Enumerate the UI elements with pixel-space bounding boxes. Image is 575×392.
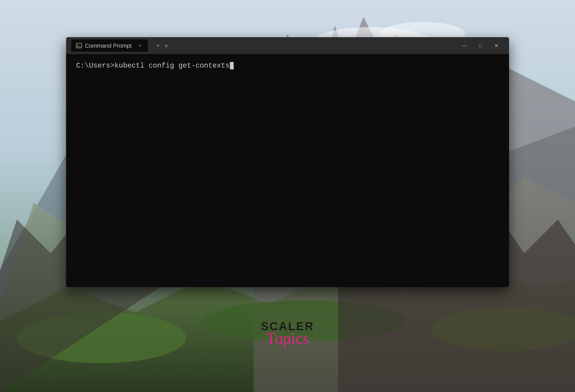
active-tab[interactable]: Command Prompt ×: [71, 40, 148, 52]
command-line: C:\Users>kubectl config get-contexts: [76, 61, 499, 71]
topics-label: Topics: [266, 330, 309, 347]
terminal-window-wrapper: Command Prompt × + ∨ — □ ✕ C:\Users>kube…: [66, 37, 509, 287]
terminal-icon: [76, 43, 82, 49]
window-controls: — □ ✕: [457, 41, 504, 51]
terminal-content[interactable]: C:\Users>kubectl config get-contexts: [66, 54, 509, 287]
new-tab-button[interactable]: +: [155, 41, 161, 50]
title-bar: Command Prompt × + ∨ — □ ✕: [66, 37, 509, 54]
cursor: [230, 62, 234, 69]
tab-dropdown-button[interactable]: ∨: [163, 42, 170, 49]
tab-close-button[interactable]: ×: [137, 43, 143, 48]
scaler-topics-logo: SCALER Topics: [261, 320, 314, 347]
command-text: C:\Users>kubectl config get-contexts: [76, 61, 230, 71]
tab-controls: + ∨: [151, 37, 173, 54]
terminal-window: Command Prompt × + ∨ — □ ✕ C:\Users>kube…: [66, 37, 509, 287]
maximize-button[interactable]: □: [473, 41, 488, 51]
tab-title-label: Command Prompt: [85, 43, 132, 49]
minimize-button[interactable]: —: [457, 41, 472, 51]
svg-rect-14: [76, 43, 82, 48]
close-button[interactable]: ✕: [489, 41, 504, 51]
